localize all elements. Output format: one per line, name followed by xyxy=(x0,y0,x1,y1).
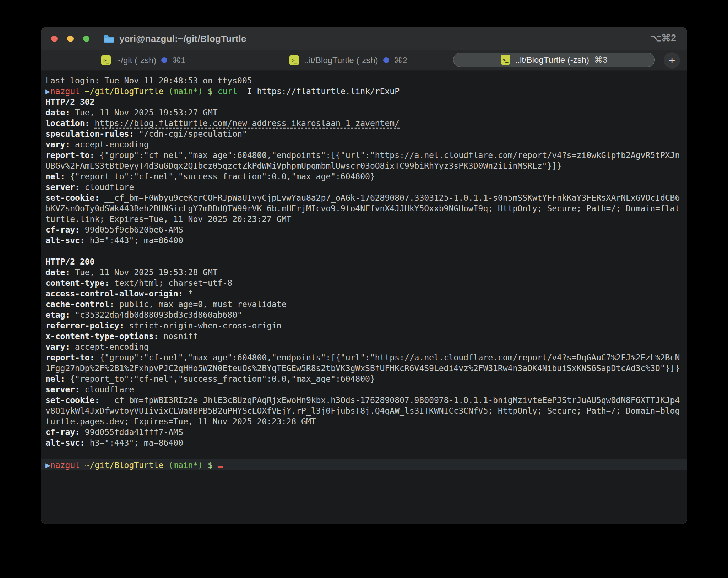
terminal-window: yeri@nazgul:~/git/BlogTurtle ⌥⌘2 >_ ~/gi… xyxy=(41,27,687,524)
terminal-line: HTTP/2 200 xyxy=(45,256,683,267)
active-prompt-line: ▶nazgul ~/git/BlogTurtle (main*) $ xyxy=(41,459,687,470)
terminal-line: vary: accept-encoding xyxy=(45,139,683,150)
terminal-tab-icon: >_ xyxy=(289,55,299,65)
terminal-tab-icon: >_ xyxy=(101,55,111,65)
terminal-line: report-to: {"group":"cf-nel","max_age":6… xyxy=(45,352,683,373)
tab-activity-dot xyxy=(161,57,167,63)
tab-shortcut: ⌘2 xyxy=(394,55,407,65)
terminal-tab-icon: >_ xyxy=(501,55,510,65)
traffic-lights xyxy=(51,36,89,42)
terminal-line: nel: {"report_to":"cf-nel","success_frac… xyxy=(45,373,683,384)
tab-blogturtle-zsh-2[interactable]: >_ ..it/BlogTurtle (-zsh) ⌘2 xyxy=(246,50,451,70)
tab-bar: >_ ~/git (-zsh) ⌘1 >_ ..it/BlogTurtle (-… xyxy=(41,50,687,71)
terminal-line: ▶nazgul ~/git/BlogTurtle (main*) $ curl … xyxy=(45,86,683,97)
terminal-line: speculation-rules: "/cdn-cgi/speculation… xyxy=(45,129,683,139)
terminal-line: Last login: Tue Nov 11 20:48:53 on ttys0… xyxy=(45,75,683,86)
terminal-line: nel: {"report_to":"cf-nel","success_frac… xyxy=(45,171,683,182)
terminal-line: etag: "c35322da4db0d88093bd3c3d860ab680" xyxy=(45,310,683,320)
tab-activity-dot xyxy=(383,57,389,63)
terminal-line: date: Tue, 11 Nov 2025 19:53:27 GMT xyxy=(45,107,683,118)
tab-git-zsh[interactable]: >_ ~/git (-zsh) ⌘1 xyxy=(41,50,246,70)
terminal-line: x-content-type-options: nosniff xyxy=(45,331,683,342)
terminal-line: content-type: text/html; charset=utf-8 xyxy=(45,278,683,288)
terminal-line: server: cloudflare xyxy=(45,182,683,192)
tab-title: ..it/BlogTurtle (-zsh) xyxy=(515,55,590,65)
tab-title: ~/git (-zsh) xyxy=(116,55,156,65)
new-tab-button[interactable]: + xyxy=(664,52,680,69)
close-window-button[interactable] xyxy=(51,36,58,42)
terminal-line: location: https://blog.flatturtle.com/ne… xyxy=(45,118,683,129)
tab-divider xyxy=(451,54,451,66)
terminal-line xyxy=(45,448,683,459)
terminal-line: alt-svc: h3=":443"; ma=86400 xyxy=(45,235,683,246)
terminal-line: referrer-policy: strict-origin-when-cros… xyxy=(45,320,683,331)
terminal-line: HTTP/2 302 xyxy=(45,97,683,107)
terminal-line: report-to: {"group":"cf-nel","max_age":6… xyxy=(45,150,683,171)
tab-blogturtle-zsh-3-active[interactable]: >_ ..it/BlogTurtle (-zsh) ⌘3 xyxy=(453,53,655,67)
window-title: yeri@nazgul:~/git/BlogTurtle xyxy=(119,33,246,44)
terminal-line: set-cookie: __cf_bm=F0Wbyu9ceKerCOFRJpWa… xyxy=(45,192,683,224)
tab-shortcut: ⌘1 xyxy=(172,55,185,65)
terminal-output[interactable]: Last login: Tue Nov 11 20:48:53 on ttys0… xyxy=(41,71,687,524)
terminal-line: cf-ray: 99d055f9cb620be6-AMS xyxy=(45,224,683,235)
terminal-line: alt-svc: h3=":443"; ma=86400 xyxy=(45,437,683,448)
minimize-window-button[interactable] xyxy=(67,36,74,42)
terminal-line: date: Tue, 11 Nov 2025 19:53:28 GMT xyxy=(45,267,683,278)
terminal-cursor xyxy=(218,459,223,468)
tab-shortcut: ⌘3 xyxy=(594,55,607,65)
terminal-line: access-control-allow-origin: * xyxy=(45,288,683,299)
location-url-link[interactable]: https://blog.flatturtle.com/new-address-… xyxy=(94,119,400,128)
window-shortcut-badge: ⌥⌘2 xyxy=(650,32,676,44)
tab-title: ..it/BlogTurtle (-zsh) xyxy=(304,55,378,65)
terminal-line: server: cloudflare xyxy=(45,384,683,395)
terminal-line: vary: accept-encoding xyxy=(45,342,683,352)
zoom-window-button[interactable] xyxy=(83,36,89,42)
terminal-line: set-cookie: __cf_bm=fpWBI3RIz2e_JhlE3cBU… xyxy=(45,395,683,427)
terminal-line: cache-control: public, max-age=0, must-r… xyxy=(45,299,683,310)
terminal-line xyxy=(45,246,683,256)
terminal-line: cf-ray: 99d055fdda41fff7-AMS xyxy=(45,427,683,437)
title-bar: yeri@nazgul:~/git/BlogTurtle ⌥⌘2 xyxy=(41,27,687,50)
folder-icon xyxy=(104,34,114,43)
